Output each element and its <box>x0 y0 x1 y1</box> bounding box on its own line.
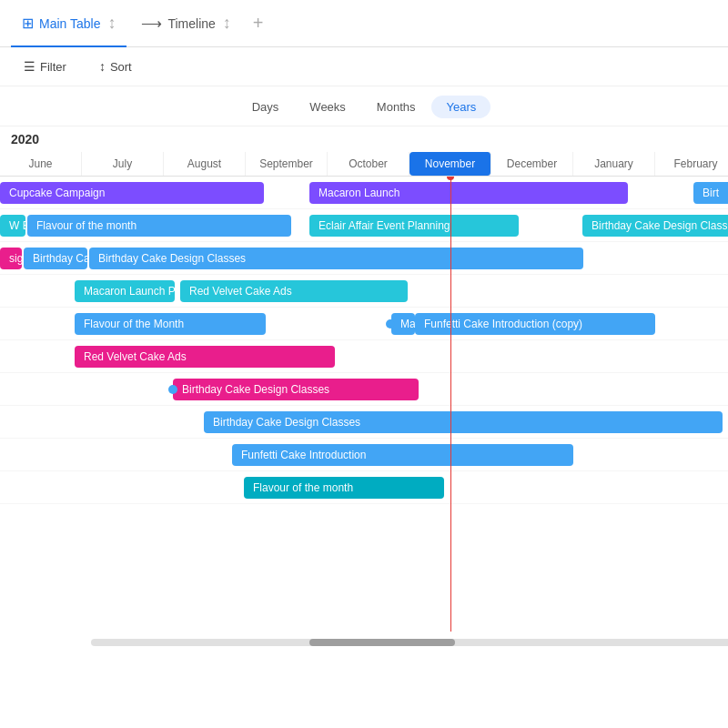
gantt-bar[interactable]: Flavour of the month <box>244 477 444 499</box>
month-cell-august: August <box>164 152 246 176</box>
gantt-bar[interactable]: Red Velvet Cake Ads <box>180 280 408 302</box>
month-cell-july: July <box>82 152 164 176</box>
gantt-bar[interactable]: Birthday Cake Design Classes <box>204 411 723 433</box>
sort-label: Sort <box>110 60 132 74</box>
gantt-row: sigBirthday CaBirthday Cake Design Class… <box>0 242 728 275</box>
time-btn-weeks[interactable]: Weeks <box>295 96 360 118</box>
time-btn-days[interactable]: Days <box>238 96 294 118</box>
month-cell-december: December <box>491 152 573 176</box>
today-line <box>450 177 451 632</box>
gantt-area: Cupcake CampaignMacaron LaunchBirtW BiFl… <box>0 177 728 632</box>
gantt-bar[interactable]: Macaron Launch <box>309 182 628 204</box>
month-cell-october: October <box>328 152 410 176</box>
gantt-row: Flavour of the month <box>0 471 728 504</box>
app-container: ⊞ Main Table ↕ ⟶ Timeline ↕ + ☰ Filter ↕… <box>0 0 728 728</box>
timeline-scroll-container[interactable]: 2020 JuneJulyAugustSeptemberOctoberNovem… <box>0 126 728 723</box>
tab-timeline-pin: ↕ <box>223 14 231 33</box>
sort-icon: ↕ <box>99 59 106 74</box>
tab-timeline-label: Timeline <box>167 16 215 31</box>
filter-button[interactable]: ☰ Filter <box>15 55 76 78</box>
month-cell-september: September <box>246 152 328 176</box>
tab-timeline[interactable]: ⟶ Timeline ↕ <box>130 1 241 47</box>
table-icon: ⊞ <box>22 15 34 32</box>
gantt-bar[interactable]: Eclair Affair Event Planning <box>309 215 519 237</box>
bar-dot <box>386 319 395 329</box>
month-header-row: JuneJulyAugustSeptemberOctoberNovemberDe… <box>0 152 728 177</box>
month-cell-january: January <box>573 152 655 176</box>
gantt-bar[interactable]: Flavour of the Month <box>75 313 266 335</box>
gantt-bar[interactable]: Funfetti Cake Introduction <box>232 444 573 466</box>
timeline-icon: ⟶ <box>141 15 162 32</box>
bar-dot <box>168 385 177 394</box>
gantt-bar[interactable]: Birthday Cake Design Classes <box>173 379 419 400</box>
gantt-row: Funfetti Cake Introduction <box>0 439 728 471</box>
tab-main-table-pin: ↕ <box>107 14 116 33</box>
filter-label: Filter <box>40 60 66 74</box>
sort-button[interactable]: ↕ Sort <box>90 55 141 78</box>
gantt-row: Birthday Cake Design Classes <box>0 406 728 439</box>
month-cell-february: February <box>655 152 728 176</box>
filter-icon: ☰ <box>24 59 35 74</box>
month-cell-june: June <box>0 152 82 176</box>
gantt-row: Macaron Launch PaRed Velvet Cake Ads <box>0 275 728 308</box>
tab-main-table[interactable]: ⊞ Main Table ↕ <box>11 1 126 47</box>
gantt-bar[interactable]: Birt <box>693 182 728 204</box>
gantt-bar[interactable]: Birthday Ca <box>24 248 87 269</box>
time-btn-years[interactable]: Years <box>431 96 490 118</box>
month-cell-november: November <box>410 152 491 176</box>
gantt-row: W BiFlavour of the monthEclair Affair Ev… <box>0 209 728 242</box>
gantt-row: Flavour of the MonthMaFunfetti Cake Intr… <box>0 308 728 340</box>
toolbar: ☰ Filter ↕ Sort <box>0 47 728 86</box>
tab-main-table-label: Main Table <box>39 16 100 31</box>
gantt-bar[interactable]: sig <box>0 248 22 269</box>
year-label: 2020 <box>0 126 728 152</box>
gantt-bar[interactable]: Macaron Launch Pa <box>75 280 175 302</box>
gantt-row: Red Velvet Cake Ads <box>0 340 728 373</box>
gantt-row: Birthday Cake Design Classes <box>0 373 728 406</box>
time-btn-months[interactable]: Months <box>362 96 430 118</box>
scrollbar-track[interactable] <box>91 639 728 646</box>
time-period-selector: Days Weeks Months Years <box>0 86 728 126</box>
gantt-bar[interactable]: Birthday Cake Design Classes <box>582 215 728 237</box>
scrollbar-area <box>0 632 728 650</box>
scrollbar-thumb[interactable] <box>309 639 455 646</box>
gantt-bar[interactable]: W Bi <box>0 215 25 237</box>
tab-bar: ⊞ Main Table ↕ ⟶ Timeline ↕ + <box>0 0 728 47</box>
gantt-bar[interactable]: Flavour of the month <box>27 215 291 237</box>
gantt-bar[interactable]: Red Velvet Cake Ads <box>75 346 335 368</box>
add-tab-button[interactable]: + <box>253 13 264 34</box>
gantt-row: Cupcake CampaignMacaron LaunchBirt <box>0 177 728 209</box>
gantt-bar[interactable]: Cupcake Campaign <box>0 182 264 204</box>
gantt-bar[interactable]: Birthday Cake Design Classes <box>89 248 583 269</box>
timeline-inner: 2020 JuneJulyAugustSeptemberOctoberNovem… <box>0 126 728 650</box>
